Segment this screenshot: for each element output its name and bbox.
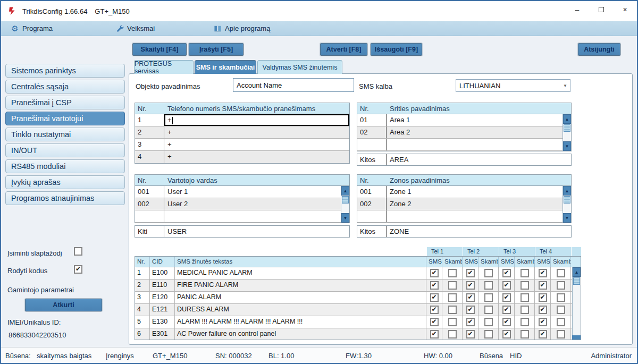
sms-checkbox[interactable] <box>430 281 439 290</box>
event-text[interactable]: ALARM !!! ALARM !!! ALARM !!! ALARM !!! <box>175 316 426 328</box>
call-checkbox[interactable] <box>484 306 493 314</box>
call-checkbox[interactable] <box>557 293 565 302</box>
sms-checkbox[interactable] <box>539 318 547 326</box>
call-checkbox[interactable] <box>448 318 457 326</box>
scroll-down-icon[interactable]: ▼ <box>563 213 571 223</box>
restore-button[interactable]: Atkurti <box>25 299 102 311</box>
scroll-up-icon[interactable]: ▲ <box>563 114 571 124</box>
event-cid[interactable]: E121 <box>150 304 175 316</box>
sms-checkbox[interactable] <box>430 306 439 314</box>
user-name-cell[interactable]: User 2 <box>164 198 341 210</box>
sms-checkbox[interactable] <box>430 269 439 277</box>
scroll-down-clipped[interactable] <box>572 335 581 340</box>
call-checkbox[interactable] <box>521 330 529 338</box>
show-codes-checkbox[interactable] <box>74 265 82 274</box>
event-text[interactable]: MEDICAL PANIC ALARM <box>175 267 426 279</box>
sms-checkbox[interactable] <box>430 318 439 326</box>
call-checkbox[interactable] <box>484 269 493 277</box>
menu-programa[interactable]: ⚙ Programa <box>5 21 58 36</box>
sidebar-item-in-out[interactable]: IN/OUT <box>5 143 125 157</box>
sidebar-item-sistemos-parinktys[interactable]: Sistemos parinktys <box>5 64 125 78</box>
event-text[interactable]: DURESS ALARM <box>175 304 426 316</box>
scrollbar-thumb[interactable] <box>573 277 580 285</box>
sms-checkbox[interactable] <box>430 293 439 302</box>
call-checkbox[interactable] <box>448 293 457 302</box>
scrollbar-thumb[interactable] <box>342 196 349 204</box>
call-checkbox[interactable] <box>521 318 529 326</box>
sms-checkbox[interactable] <box>502 269 511 277</box>
sms-checkbox[interactable] <box>430 330 439 338</box>
sidebar-item-pranesimai-vartotojui[interactable]: Pranešimai vartotojui <box>5 112 125 125</box>
call-checkbox[interactable] <box>484 281 493 290</box>
write-button[interactable]: Įrašyti [F5] <box>189 43 244 56</box>
event-cid[interactable]: E100 <box>150 267 175 279</box>
sms-checkbox[interactable] <box>539 269 547 277</box>
event-text[interactable]: AC Power failure on control panel <box>175 328 426 340</box>
phone-input-cell[interactable]: + <box>164 139 349 150</box>
event-cid[interactable]: E301 <box>150 328 175 340</box>
sms-language-select[interactable]: LITHUANIAN ▼ <box>456 79 570 92</box>
sms-checkbox[interactable] <box>502 281 511 290</box>
user-name-cell[interactable]: User 1 <box>164 186 341 198</box>
tab-valdymas-sms[interactable]: Valdymas SMS žinutėmis <box>257 60 342 74</box>
event-cid[interactable]: E120 <box>150 292 175 303</box>
zones-footer-value[interactable]: ZONE <box>387 226 571 237</box>
open-button[interactable]: Atverti [F8] <box>320 43 367 56</box>
sms-checkbox[interactable] <box>502 330 511 338</box>
call-checkbox[interactable] <box>557 281 565 290</box>
call-checkbox[interactable] <box>557 318 565 326</box>
zone-name-cell[interactable] <box>387 210 563 222</box>
area-name-cell[interactable]: Area 2 <box>387 126 563 138</box>
areas-footer-value[interactable]: AREA <box>387 154 571 165</box>
call-checkbox[interactable] <box>448 306 457 314</box>
call-checkbox[interactable] <box>557 269 565 277</box>
remember-password-checkbox[interactable] <box>74 247 82 256</box>
event-text[interactable]: FIRE PANIC ALARM <box>175 280 426 291</box>
sms-checkbox[interactable] <box>539 330 547 338</box>
sidebar-item-pranesimai-csp[interactable]: Pranešimai į CSP <box>5 96 125 109</box>
disconnect-button[interactable]: Atsijungti <box>578 43 620 56</box>
sms-checkbox[interactable] <box>466 318 475 326</box>
sidebar-item-tinklo-nustatymai[interactable]: Tinklo nustatymai <box>5 128 125 141</box>
event-cid[interactable]: E110 <box>150 280 175 291</box>
maximize-button[interactable] <box>589 1 613 18</box>
users-footer-value[interactable]: USER <box>164 226 349 237</box>
call-checkbox[interactable] <box>521 269 529 277</box>
save-button[interactable]: Išsaugoti [F9] <box>371 43 422 56</box>
sms-checkbox[interactable] <box>466 330 475 338</box>
sms-checkbox[interactable] <box>466 281 475 290</box>
sms-checkbox[interactable] <box>539 281 547 290</box>
sms-checkbox[interactable] <box>466 306 475 314</box>
sidebar-item-programos-atnaujinimas[interactable]: Programos atnaujinimas <box>5 191 125 205</box>
scroll-up-icon[interactable]: ▲ <box>573 267 581 277</box>
areas-scrollbar[interactable]: ▲ ▼ <box>563 114 571 151</box>
event-cid[interactable]: E130 <box>150 316 175 328</box>
menu-apie[interactable]: Apie programą <box>208 21 275 36</box>
call-checkbox[interactable] <box>521 293 529 302</box>
phone-input-cell[interactable]: + <box>164 151 349 163</box>
area-name-cell[interactable] <box>387 139 563 150</box>
scroll-down-icon[interactable]: ▼ <box>563 141 571 151</box>
event-text[interactable]: PANIC ALARM <box>175 292 426 303</box>
menu-veiksmai[interactable]: Veiksmai <box>110 21 160 36</box>
sms-checkbox[interactable] <box>466 293 475 302</box>
read-button[interactable]: Skaityti [F4] <box>132 43 187 56</box>
call-checkbox[interactable] <box>448 330 457 338</box>
call-checkbox[interactable] <box>448 269 457 277</box>
sms-checkbox[interactable] <box>466 269 475 277</box>
call-checkbox[interactable] <box>484 330 493 338</box>
sidebar-item-ivykiu-aprasas[interactable]: Įvykių aprašas <box>5 175 125 189</box>
close-button[interactable]: × <box>613 1 637 18</box>
tab-sms-ir-skambuciai[interactable]: SMS ir skambučiai <box>195 60 256 74</box>
call-checkbox[interactable] <box>484 318 493 326</box>
sms-checkbox[interactable] <box>502 318 511 326</box>
sms-checkbox[interactable] <box>539 306 547 314</box>
scrollbar-thumb[interactable] <box>564 124 570 132</box>
area-name-cell[interactable]: Area 1 <box>387 114 563 126</box>
user-name-cell[interactable] <box>164 210 341 222</box>
zone-name-cell[interactable]: Zone 1 <box>387 186 563 198</box>
sms-checkbox[interactable] <box>502 306 511 314</box>
events-scrollbar[interactable]: ▲ <box>572 267 581 340</box>
sidebar-item-centrales-sasaja[interactable]: Centralės sąsaja <box>5 80 125 94</box>
phone-input-cell[interactable]: + <box>164 114 349 126</box>
